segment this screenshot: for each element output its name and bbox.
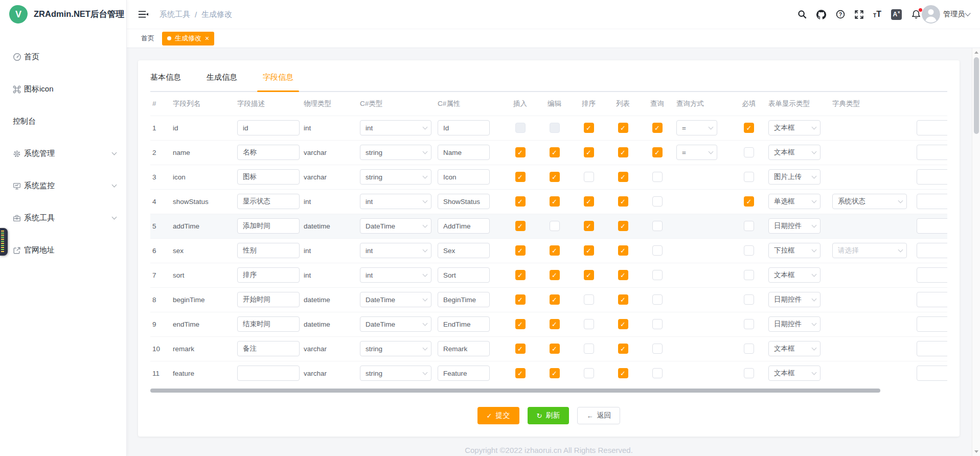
required-checkbox[interactable]: [744, 270, 754, 280]
list-checkbox[interactable]: ✓: [618, 319, 628, 329]
desc-input[interactable]: [237, 218, 300, 234]
required-checkbox[interactable]: [744, 368, 754, 378]
required-checkbox[interactable]: [744, 319, 754, 329]
list-checkbox[interactable]: ✓: [618, 123, 628, 133]
sort-checkbox[interactable]: ✓: [584, 147, 594, 157]
desc-input[interactable]: [237, 145, 300, 160]
insert-checkbox[interactable]: ✓: [515, 344, 526, 354]
display-type-select[interactable]: 日期控件: [768, 316, 821, 332]
display-type-select[interactable]: 文本框: [768, 145, 821, 160]
query-checkbox[interactable]: [652, 319, 663, 329]
desc-input[interactable]: [237, 366, 300, 381]
sidebar-item-7[interactable]: 官网地址: [0, 234, 126, 266]
query-checkbox[interactable]: ✓: [652, 147, 663, 157]
query-checkbox[interactable]: [652, 344, 663, 354]
required-checkbox[interactable]: ✓: [744, 123, 754, 133]
vertical-scrollbar-thumb[interactable]: [974, 57, 979, 134]
list-checkbox[interactable]: ✓: [618, 172, 628, 182]
insert-checkbox[interactable]: ✓: [515, 221, 526, 231]
query-checkbox[interactable]: [652, 270, 663, 280]
query-checkbox[interactable]: ✓: [652, 123, 663, 133]
query-checkbox[interactable]: [652, 245, 663, 256]
display-type-select[interactable]: 文本框: [768, 267, 821, 283]
extra-input[interactable]: [917, 316, 947, 332]
sort-checkbox[interactable]: ✓: [584, 196, 594, 207]
tab-2[interactable]: 生成信息: [207, 73, 237, 91]
required-checkbox[interactable]: [744, 294, 754, 305]
github-icon[interactable]: [816, 10, 826, 19]
cs-prop-input[interactable]: [438, 194, 490, 209]
scroll-down-arrow[interactable]: [974, 450, 978, 453]
display-type-select[interactable]: 单选框: [768, 194, 821, 209]
required-checkbox[interactable]: [744, 172, 754, 182]
bell-icon[interactable]: [911, 10, 921, 19]
list-checkbox[interactable]: ✓: [618, 368, 628, 378]
display-type-select[interactable]: 日期控件: [768, 292, 821, 307]
cs-type-select[interactable]: int: [360, 120, 431, 135]
cs-prop-input[interactable]: [438, 145, 490, 160]
cs-type-select[interactable]: DateTime: [360, 316, 431, 332]
horizontal-scrollbar[interactable]: [150, 389, 947, 393]
sort-checkbox[interactable]: [584, 344, 594, 354]
cs-prop-input[interactable]: [438, 366, 490, 381]
display-type-select[interactable]: 文本框: [768, 366, 821, 381]
sort-checkbox[interactable]: ✓: [584, 123, 594, 133]
desc-input[interactable]: [237, 267, 300, 283]
list-checkbox[interactable]: ✓: [618, 294, 628, 305]
cs-prop-input[interactable]: [438, 218, 490, 234]
sort-checkbox[interactable]: [584, 368, 594, 378]
tab-1[interactable]: 基本信息: [150, 73, 181, 91]
display-type-select[interactable]: 下拉框: [768, 243, 821, 258]
edit-checkbox[interactable]: ✓: [550, 270, 560, 280]
required-checkbox[interactable]: [744, 147, 754, 157]
extra-input[interactable]: [917, 292, 947, 307]
list-checkbox[interactable]: ✓: [618, 147, 628, 157]
cs-prop-input[interactable]: [438, 243, 490, 258]
sidebar-item-4[interactable]: 系统管理: [0, 138, 126, 170]
cs-type-select[interactable]: string: [360, 366, 431, 381]
cs-prop-input[interactable]: [438, 316, 490, 332]
insert-checkbox[interactable]: ✓: [515, 368, 526, 378]
extra-input[interactable]: [917, 145, 947, 160]
logo-row[interactable]: V ZRAdmin.NET后台管理: [0, 0, 126, 29]
insert-checkbox[interactable]: ✓: [515, 172, 526, 182]
user-name[interactable]: 管理员: [943, 10, 965, 19]
insert-checkbox[interactable]: [515, 123, 526, 133]
extra-input[interactable]: [917, 169, 947, 185]
extra-input[interactable]: [917, 243, 947, 258]
dict-type-select[interactable]: 请选择: [832, 243, 907, 258]
query-mode-select[interactable]: =: [676, 145, 717, 160]
help-icon[interactable]: ?: [836, 10, 845, 19]
extra-input[interactable]: [917, 366, 947, 381]
sort-checkbox[interactable]: [584, 319, 594, 329]
cs-prop-input[interactable]: [438, 169, 490, 185]
tab-3[interactable]: 字段信息: [263, 73, 293, 91]
list-checkbox[interactable]: ✓: [618, 270, 628, 280]
user-chevron-down-icon[interactable]: [965, 10, 970, 16]
vertical-scrollbar[interactable]: [972, 48, 980, 456]
required-checkbox[interactable]: ✓: [744, 196, 754, 207]
list-checkbox[interactable]: ✓: [618, 221, 628, 231]
avatar[interactable]: [922, 5, 940, 24]
sidebar-item-3[interactable]: 控制台: [0, 105, 126, 138]
cs-prop-input[interactable]: [438, 341, 490, 356]
refresh-button[interactable]: ↻刷新: [528, 407, 569, 424]
cs-type-select[interactable]: DateTime: [360, 218, 431, 234]
list-checkbox[interactable]: ✓: [618, 196, 628, 207]
cs-prop-input[interactable]: [438, 120, 490, 135]
desc-input[interactable]: [237, 341, 300, 356]
desc-input[interactable]: [237, 194, 300, 209]
font-size-icon[interactable]: TT: [873, 10, 881, 18]
sidebar-item-1[interactable]: 首页: [0, 41, 126, 73]
dict-type-select[interactable]: 系统状态: [832, 194, 907, 209]
fullscreen-icon[interactable]: [855, 10, 863, 19]
display-type-select[interactable]: 文本框: [768, 341, 821, 356]
desc-input[interactable]: [237, 120, 300, 135]
cs-type-select[interactable]: string: [360, 145, 431, 160]
edit-checkbox[interactable]: ✓: [550, 319, 560, 329]
insert-checkbox[interactable]: ✓: [515, 294, 526, 305]
extra-input[interactable]: [917, 218, 947, 234]
insert-checkbox[interactable]: ✓: [515, 147, 526, 157]
desc-input[interactable]: [237, 316, 300, 332]
query-checkbox[interactable]: [652, 172, 663, 182]
